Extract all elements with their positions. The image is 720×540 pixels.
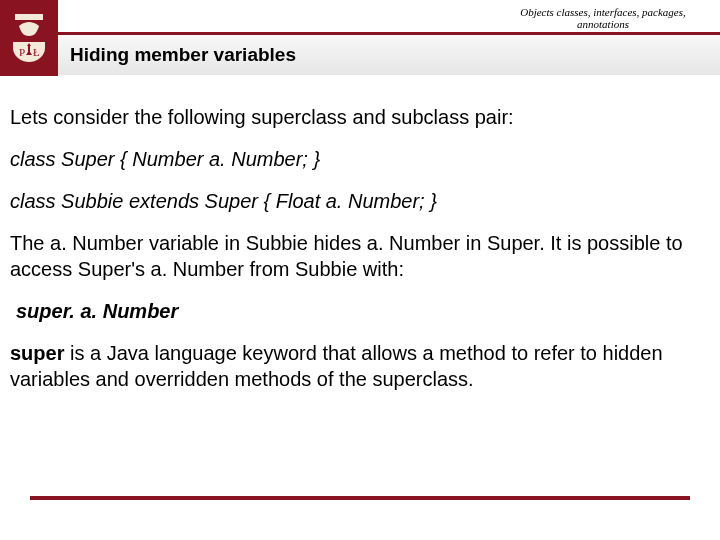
footer-rule	[30, 496, 690, 500]
svg-text:P: P	[19, 46, 25, 58]
intro-paragraph: Lets consider the following superclass a…	[10, 104, 710, 130]
code-line-2: class Subbie extends Super { Float a. Nu…	[10, 188, 710, 214]
slide-header: P Ł Objects classes, interfaces, package…	[0, 0, 720, 76]
explanation-paragraph: The a. Number variable in Subbie hides a…	[10, 230, 710, 282]
slide-body: Lets consider the following superclass a…	[0, 76, 720, 392]
topic-label: Objects classes, interfaces, packages, a…	[498, 6, 708, 30]
keyword-definition-text: is a Java language keyword that allows a…	[10, 342, 663, 390]
slide: P Ł Objects classes, interfaces, package…	[0, 0, 720, 540]
keyword-example: super. a. Number	[10, 298, 710, 324]
svg-text:Ł: Ł	[33, 46, 40, 58]
shield-logo-icon: P Ł	[9, 10, 49, 66]
title-bar: Hiding member variables	[58, 35, 720, 75]
keyword-super: super	[10, 342, 64, 364]
slide-title: Hiding member variables	[70, 44, 296, 66]
keyword-definition: super is a Java language keyword that al…	[10, 340, 710, 392]
institution-logo: P Ł	[0, 0, 58, 76]
topic-line-1: Objects classes, interfaces, packages,	[498, 6, 708, 18]
topic-line-2: annotations	[498, 18, 708, 30]
code-line-1: class Super { Number a. Number; }	[10, 146, 710, 172]
